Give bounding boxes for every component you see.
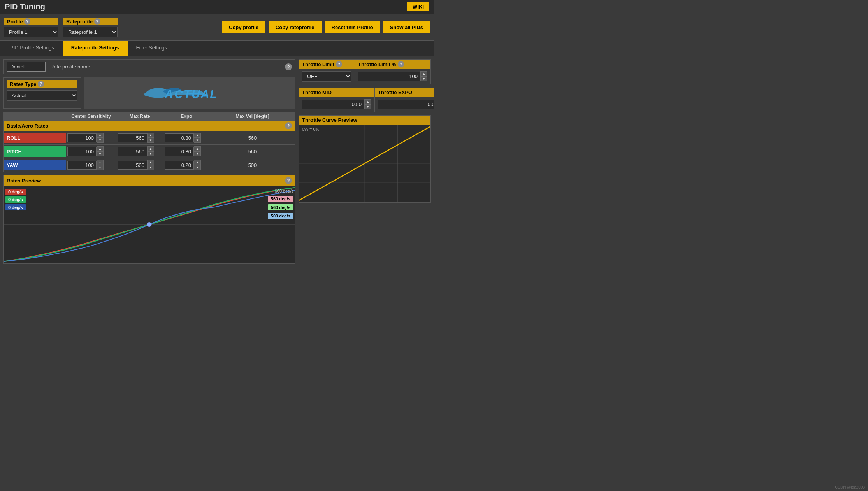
logo-svg: CTUAL A — [139, 79, 241, 107]
roll-center-sensitivity-input[interactable] — [67, 133, 97, 142]
pitch-center-sensitivity-down[interactable]: ▼ — [97, 151, 104, 156]
roll-expo-up[interactable]: ▲ — [194, 133, 201, 138]
tab-rateprofile-settings[interactable]: Rateprofile Settings — [63, 41, 128, 56]
rates-section: Rates Type ? Actual Betaflight KISS Quic… — [3, 77, 295, 109]
yaw-expo-up[interactable]: ▲ — [194, 160, 201, 165]
chart-labels-right: 600 deg/s 560 deg/s 560 deg/s 500 deg/s — [268, 189, 293, 219]
roll-center-sensitivity-up[interactable]: ▲ — [97, 133, 104, 138]
reset-profile-button[interactable]: Reset this Profile — [325, 21, 380, 33]
throttle-mid-down[interactable]: ▼ — [364, 104, 371, 109]
profile-help-icon[interactable]: ? — [24, 18, 30, 25]
roll-center-sensitivity-spinbox: ▲ ▼ — [67, 133, 115, 143]
throttle-mid-expo-row: Throttle MID ▲ ▼ Throttle EXPO — [299, 88, 431, 112]
throttle-limit-percent-down[interactable]: ▼ — [420, 76, 427, 81]
yaw-rate-badge: 0 deg/s — [5, 204, 26, 210]
throttle-mid-spinbox: ▲ ▼ — [302, 99, 371, 109]
pitch-expo-input[interactable] — [165, 147, 194, 156]
throttle-limit-percent-up[interactable]: ▲ — [420, 71, 427, 76]
throttle-mid-up[interactable]: ▲ — [364, 99, 371, 104]
yaw-max-rate-up[interactable]: ▲ — [147, 160, 154, 165]
throttle-expo-input[interactable] — [378, 100, 434, 109]
logo-panel: CTUAL A — [84, 77, 295, 109]
tab-pid-profile-settings[interactable]: PID Profile Settings — [2, 41, 63, 56]
pitch-max-badge: 560 deg/s — [268, 204, 293, 210]
basic-acro-header: Basic/Acro Rates ? — [4, 121, 295, 131]
throttle-expo-spinbox: ▲ ▼ — [378, 99, 434, 109]
col-expo: Expo — [163, 114, 210, 119]
yaw-center-sensitivity-up[interactable]: ▲ — [97, 160, 104, 165]
chart-labels-left: 0 deg/s 0 deg/s 0 deg/s — [5, 189, 26, 210]
roll-expo-input[interactable] — [165, 133, 194, 142]
pitch-max-rate-input[interactable] — [118, 147, 147, 156]
wiki-button[interactable]: WIKI — [407, 2, 429, 11]
pitch-max-rate-up[interactable]: ▲ — [147, 146, 154, 151]
pitch-center-sensitivity-spinbox: ▲ ▼ — [67, 146, 115, 156]
yaw-max-rate-down[interactable]: ▼ — [147, 165, 154, 170]
yaw-center-sensitivity-spinbox: ▲ ▼ — [67, 160, 115, 170]
throttle-curve-chart: 0% = 0% — [299, 125, 430, 202]
yaw-axis-label: YAW — [4, 160, 66, 170]
yaw-expo-spinbox: ▲ ▼ — [165, 160, 208, 170]
pitch-center-sensitivity-input[interactable] — [67, 147, 97, 156]
pitch-expo-down[interactable]: ▼ — [194, 151, 201, 156]
copy-profile-button[interactable]: Copy profile — [222, 21, 265, 33]
yaw-center-sensitivity-down[interactable]: ▼ — [97, 165, 104, 170]
roll-expo-down[interactable]: ▼ — [194, 138, 201, 143]
yaw-expo-down[interactable]: ▼ — [194, 165, 201, 170]
profile-select[interactable]: Profile 1 Profile 2 Profile 3 — [4, 27, 58, 37]
profile-group: Profile ? Profile 1 Profile 2 Profile 3 — [4, 18, 58, 37]
roll-center-sensitivity-down[interactable]: ▼ — [97, 138, 104, 143]
rates-type-select[interactable]: Actual Betaflight KISS Quick Rates — [7, 90, 77, 101]
yaw-max-rate-input[interactable] — [118, 161, 147, 170]
throttle-limit-select[interactable]: OFF SCALE CLIP — [302, 71, 351, 82]
copy-rateprofile-button[interactable]: Copy rateprofile — [269, 21, 322, 33]
throttle-mid-input[interactable] — [302, 100, 364, 109]
rateprofile-label: Rateprofile ? — [63, 18, 118, 25]
title-bar: PID Tuning WIKI — [0, 0, 434, 14]
pitch-axis-label: PITCH — [4, 146, 66, 157]
rates-type-help-icon[interactable]: ? — [38, 81, 44, 87]
rateprofile-select[interactable]: Rateprofile 1 Rateprofile 2 Rateprofile … — [63, 27, 118, 37]
table-row: YAW ▲ ▼ ▲ ▼ — [4, 158, 295, 172]
throttle-zero-label: 0% = 0% — [302, 127, 319, 132]
roll-max-vel: 560 — [210, 135, 295, 141]
roll-max-badge: 560 deg/s — [268, 196, 293, 202]
yaw-max-badge: 500 deg/s — [268, 213, 293, 219]
throttle-expo-box: Throttle EXPO ▲ ▼ — [375, 88, 434, 112]
throttle-mid-label: Throttle MID — [299, 88, 374, 97]
pitch-expo-up[interactable]: ▲ — [194, 146, 201, 151]
throttle-curve-svg — [299, 125, 430, 202]
rate-profile-name-input[interactable] — [7, 62, 46, 72]
throttle-limit-help-icon[interactable]: ? — [336, 61, 342, 67]
show-all-pids-button[interactable]: Show all PIDs — [383, 21, 430, 33]
roll-axis-label: ROLL — [4, 133, 66, 143]
rates-type-panel: Rates Type ? Actual Betaflight KISS Quic… — [3, 77, 81, 109]
yaw-expo-input[interactable] — [165, 161, 194, 170]
basic-acro-help-icon[interactable]: ? — [285, 122, 292, 129]
yaw-center-sensitivity-input[interactable] — [67, 161, 97, 170]
roll-max-rate-down[interactable]: ▼ — [147, 138, 154, 143]
action-buttons: Copy profile Copy rateprofile Reset this… — [222, 21, 430, 33]
name-info-icon[interactable]: ? — [285, 63, 292, 70]
pitch-max-vel: 560 — [210, 149, 295, 154]
tab-filter-settings[interactable]: Filter Settings — [128, 41, 176, 56]
main-content: Rate profile name ? Rates Type ? Actual … — [0, 56, 434, 267]
roll-expo-spinbox: ▲ ▼ — [165, 133, 208, 143]
rates-preview-help-icon[interactable]: ? — [285, 177, 292, 184]
rateprofile-help-icon[interactable]: ? — [94, 18, 100, 25]
throttle-limit-percent-help-icon[interactable]: ? — [398, 61, 404, 67]
rates-preview-header: Rates Preview ? — [4, 175, 295, 186]
tabs-row: PID Profile Settings Rateprofile Setting… — [0, 41, 434, 56]
rate-profile-name-label: Rate profile name — [50, 64, 90, 70]
pitch-max-rate-down[interactable]: ▼ — [147, 151, 154, 156]
pitch-center-sensitivity-up[interactable]: ▲ — [97, 146, 104, 151]
roll-max-rate-up[interactable]: ▲ — [147, 133, 154, 138]
roll-max-rate-spinbox: ▲ ▼ — [118, 133, 162, 143]
right-panel: Throttle Limit ? OFF SCALE CLIP Throttle… — [299, 59, 431, 264]
throttle-limit-percent-input[interactable] — [358, 72, 420, 81]
roll-max-rate-input[interactable] — [118, 133, 147, 142]
rates-chart-svg — [4, 186, 295, 263]
col-center-sensitivity: Center Sensitivity — [66, 114, 116, 119]
table-row: PITCH ▲ ▼ ▲ ▼ — [4, 144, 295, 158]
throttle-curve: Throttle Curve Preview 0% = 0% — [299, 115, 431, 203]
